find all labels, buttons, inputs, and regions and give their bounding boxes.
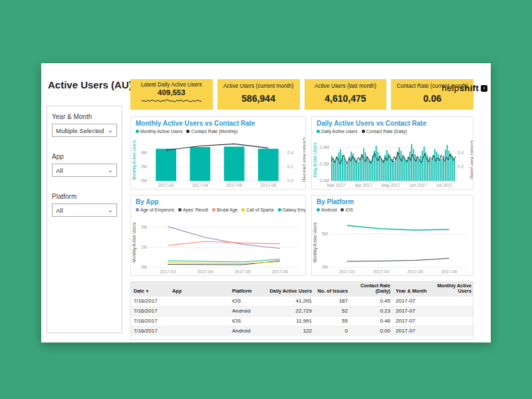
kpi-active-users-last-month[interactable]: Active Users (last month) 4,610,475 — [305, 79, 387, 110]
legend-item[interactable]: Call of Sparta — [241, 207, 273, 212]
legend-dot-icon — [186, 130, 190, 133]
table-row[interactable]: 7/16/2017Android22,729520.232017-07172,5… — [131, 306, 473, 316]
svg-text:Jun 2017: Jun 2017 — [410, 183, 428, 188]
column-header[interactable]: Year & Month — [393, 282, 432, 296]
column-header[interactable]: No. of Issues — [315, 282, 350, 296]
svg-text:2017-05: 2017-05 — [226, 183, 242, 188]
legend-item[interactable]: Android — [317, 207, 336, 212]
legend-item[interactable]: Brutal Age — [212, 207, 237, 212]
table-row[interactable]: 7/16/2017iOS41,2911870.452017-07195,476 — [131, 296, 473, 306]
kpi-value: 0.06 — [391, 93, 473, 104]
chart-title: Daily Active Users vs Contact Rate — [312, 117, 473, 127]
column-header[interactable]: App — [170, 282, 229, 296]
table-cell: 7/16/2017 — [131, 316, 170, 326]
svg-text:Monthly Active Users: Monthly Active Users — [132, 139, 137, 180]
kpi-row: Latest Daily Active Users 409,553 Active… — [130, 79, 473, 110]
legend-label: Contact Rate (Monthly) — [191, 129, 237, 134]
legend-label: Monthly Active Users — [140, 129, 182, 134]
chart-legend: Android iOS — [312, 205, 473, 213]
svg-text:0M: 0M — [141, 265, 147, 269]
table-cell: iOS — [229, 296, 267, 306]
legend-item[interactable]: iOS — [340, 207, 352, 212]
table-cell: iOS — [229, 316, 267, 326]
svg-text:0.2: 0.2 — [458, 164, 464, 169]
chart-title: By Platform — [312, 196, 473, 205]
table-cell — [432, 316, 473, 326]
column-header[interactable]: Daily Active Users — [267, 282, 315, 296]
svg-text:Monthly Active Users: Monthly Active Users — [132, 221, 137, 262]
legend-item[interactable]: Apes' Revolt — [178, 207, 208, 212]
svg-text:May 2017: May 2017 — [381, 183, 400, 188]
daily-area-line-chart[interactable]: 0.0M0.2M0.4M0.20.4Mar 2017Apr 2017May 20… — [312, 135, 473, 190]
logo-text-help: help — [442, 83, 459, 93]
panel-daily-au-vs-contact-rate: Daily Active Users vs Contact Rate Daily… — [311, 116, 473, 190]
svg-text:2017-06: 2017-06 — [260, 183, 276, 188]
sort-desc-icon: ▼ — [144, 289, 150, 293]
filter-group-year-month: Year & Month Multiple Selected ⌄ — [52, 113, 117, 137]
table-cell: 55 — [315, 316, 350, 326]
table-row[interactable]: 7/16/2017Android12200.002017-071,005 — [131, 326, 473, 336]
filter-label-app: App — [52, 153, 117, 160]
year-month-dropdown[interactable]: Multiple Selected ⌄ — [52, 124, 117, 137]
table-cell: 7/16/2017 — [131, 326, 170, 336]
table-cell: 122 — [267, 326, 315, 336]
legend-label: iOS — [345, 207, 352, 212]
table-cell: 2017-07 — [393, 316, 432, 326]
chevron-down-icon: ⌄ — [108, 127, 113, 134]
svg-text:Jul 2017: Jul 2017 — [436, 183, 453, 188]
svg-text:0.0: 0.0 — [287, 178, 293, 183]
legend-item[interactable]: Galaxy Empire — [278, 207, 305, 212]
chart-legend: Monthly Active Users Contact Rate (Month… — [131, 127, 305, 135]
legend-dot-icon — [362, 130, 365, 133]
column-header[interactable]: Date ▼ — [131, 282, 170, 296]
legend-item[interactable]: Contact Rate (Daily) — [362, 129, 407, 134]
table-cell: 0.45 — [350, 296, 393, 306]
legend-item[interactable]: Age of Emperors — [136, 207, 174, 212]
svg-text:2017-06: 2017-06 — [272, 269, 288, 274]
svg-text:2017-06: 2017-06 — [441, 269, 457, 274]
kpi-latest-daily-active-users[interactable]: Latest Daily Active Users 409,553 — [130, 79, 213, 110]
kpi-active-users-current-month[interactable]: Active Users (current month) 586,944 — [217, 79, 300, 110]
svg-text:0.2M: 0.2M — [320, 162, 329, 166]
column-header[interactable]: Platform — [229, 282, 267, 296]
legend-item[interactable]: Monthly Active Users — [136, 129, 182, 134]
table-cell: 0.46 — [350, 316, 393, 326]
legend-dot-icon — [178, 208, 182, 211]
kpi-value: 4,610,475 — [305, 93, 387, 104]
column-header[interactable]: Contact Rate (Daily) — [350, 282, 393, 296]
legend-item[interactable]: Contact Rate (Monthly) — [186, 129, 237, 134]
column-header[interactable]: Monthly Active Users — [432, 282, 473, 296]
svg-text:2M: 2M — [141, 164, 147, 169]
table-row[interactable]: 7/16/2017iOS11,991550.462017-0781,154 — [131, 316, 473, 326]
chart-legend: Age of Emperors Apes' Revolt Brutal Age … — [131, 205, 305, 213]
svg-text:Contact Rate (Daily): Contact Rate (Daily) — [469, 140, 473, 180]
legend-item[interactable]: Daily Active Users — [317, 129, 358, 134]
svg-text:5M: 5M — [322, 231, 328, 236]
legend-label: Apes' Revolt — [183, 207, 208, 212]
monthly-bar-line-chart[interactable]: 0M2M4M0.00.20.42017-032017-042017-052017… — [131, 135, 305, 190]
table-cell: 52 — [315, 306, 350, 316]
app-dropdown-value: All — [56, 167, 63, 174]
svg-text:2017-04: 2017-04 — [373, 269, 389, 274]
logo-text-shift: shift — [460, 83, 479, 93]
page-title: Active Users (AU) — [48, 79, 132, 90]
by-app-line-chart[interactable]: 0M1M2M2017-032017-042017-052017-06Monthl… — [131, 213, 305, 276]
table-cell: 187 — [315, 296, 350, 306]
app-dropdown[interactable]: All ⌄ — [52, 164, 117, 177]
svg-text:Contact Rate (Monthly): Contact Rate (Monthly) — [302, 138, 305, 182]
chart-legend: Daily Active Users Contact Rate (Daily) — [312, 127, 473, 135]
table-cell: 2017-07 — [393, 306, 432, 316]
platform-dropdown[interactable]: All ⌄ — [52, 203, 117, 217]
svg-text:2017-04: 2017-04 — [197, 269, 213, 274]
legend-label: Android — [321, 207, 336, 212]
by-platform-line-chart[interactable]: 0M5M2017-032017-042017-052017-06Monthly … — [312, 213, 473, 276]
svg-text:0M: 0M — [141, 178, 147, 183]
legend-dot-icon — [317, 130, 320, 133]
svg-text:0.4: 0.4 — [458, 150, 464, 155]
legend-dot-icon — [278, 208, 281, 211]
filter-group-platform: Platform All ⌄ — [52, 193, 117, 217]
table-cell — [170, 316, 229, 326]
chevron-down-icon: ⌄ — [108, 167, 113, 174]
table-cell: 2017-07 — [393, 326, 432, 336]
filter-group-app: App All ⌄ — [52, 153, 117, 177]
